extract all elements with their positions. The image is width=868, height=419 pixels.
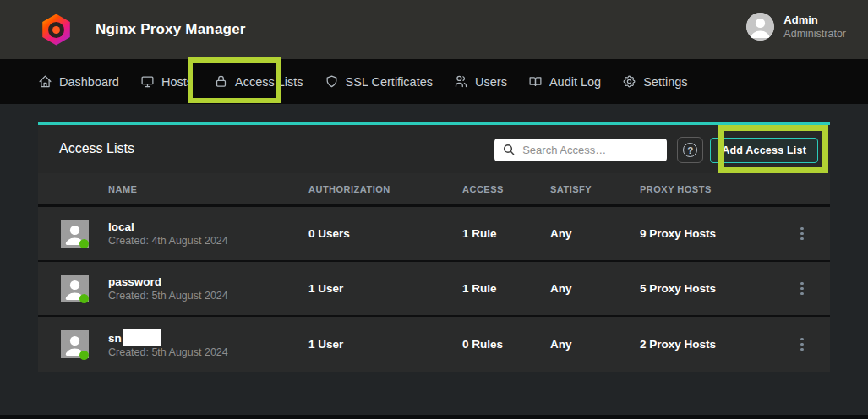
app-title: Nginx Proxy Manager — [96, 21, 246, 38]
gear-icon — [622, 74, 636, 89]
column-header-satisfy: SATISFY — [550, 184, 640, 194]
access-list-name-text: sn — [108, 332, 122, 345]
online-status-dot — [79, 239, 89, 248]
nav-item-dashboard[interactable]: Dashboard — [38, 74, 119, 89]
row-menu-kebab-icon[interactable] — [797, 224, 807, 244]
nav-label: Settings — [643, 75, 687, 89]
nav-item-ssl-certificates[interactable]: SSL Certificates — [325, 74, 433, 89]
column-header-name: NAME — [38, 184, 308, 194]
name-texts: password Created: 5th August 2024 — [108, 275, 228, 303]
table-row[interactable]: local Created: 4th August 2024 0 Users 1… — [38, 207, 830, 262]
table-header: NAME AUTHORIZATION ACCESS SATISFY PROXY … — [38, 173, 830, 207]
add-access-list-button[interactable]: Add Access List — [710, 138, 818, 163]
name-cell: password Created: 5th August 2024 — [38, 262, 308, 315]
book-icon — [528, 74, 543, 89]
redaction-box — [123, 329, 161, 346]
access-list-name: local — [108, 220, 228, 234]
authorization-cell: 1 User — [308, 282, 462, 295]
access-cell: 1 Rule — [462, 282, 550, 295]
panel-actions: ? Add Access List — [494, 137, 818, 163]
authorization-cell: 1 User — [308, 338, 462, 351]
logo-ring — [48, 22, 64, 38]
nav-label: Users — [475, 75, 507, 89]
user-name: Admin — [783, 14, 846, 27]
access-cell: 0 Rules — [462, 338, 550, 351]
home-icon — [38, 74, 52, 89]
nav-item-settings[interactable]: Settings — [622, 74, 687, 89]
actions-cell — [774, 224, 830, 244]
nav-item-access-lists[interactable]: Access Lists — [214, 74, 303, 89]
nav-item-users[interactable]: Users — [454, 74, 507, 89]
question-icon: ? — [683, 143, 697, 157]
online-status-dot — [79, 351, 89, 360]
nav-item-hosts[interactable]: Hosts — [140, 74, 193, 89]
screen: Nginx Proxy Manager Admin Administrator … — [0, 0, 868, 419]
panel-title: Access Lists — [59, 141, 134, 156]
access-lists-panel: Access Lists ? Add Access List NAME AUTH… — [38, 122, 830, 372]
shield-icon — [325, 74, 339, 89]
bottom-strip — [0, 415, 868, 419]
user-menu[interactable]: Admin Administrator — [746, 13, 846, 41]
user-texts: Admin Administrator — [783, 14, 846, 41]
access-list-name: password — [108, 275, 228, 289]
row-menu-kebab-icon[interactable] — [797, 279, 807, 299]
name-texts: local Created: 4th August 2024 — [108, 220, 228, 248]
name-cell: sn Created: 5th August 2024 — [38, 317, 308, 372]
user-avatar[interactable] — [746, 13, 774, 41]
main-nav: Dashboard Hosts Access Lists SSL Certifi… — [0, 59, 868, 104]
created-date: Created: 5th August 2024 — [108, 289, 228, 303]
panel-header: Access Lists ? Add Access List — [38, 125, 830, 173]
lock-icon — [214, 74, 228, 89]
users-icon — [454, 74, 468, 89]
online-status-dot — [79, 294, 89, 303]
nav-label: Hosts — [161, 75, 193, 89]
created-date: Created: 5th August 2024 — [108, 346, 228, 360]
column-header-proxy-hosts: PROXY HOSTS — [640, 184, 774, 194]
user-role: Administrator — [783, 27, 846, 41]
proxy-hosts-cell: 5 Proxy Hosts — [640, 282, 774, 295]
nav-item-audit-log[interactable]: Audit Log — [528, 74, 601, 89]
row-menu-kebab-icon[interactable] — [797, 335, 807, 355]
search-icon — [502, 143, 516, 160]
nav-label: Access Lists — [235, 75, 303, 89]
nav-label: Audit Log — [549, 75, 601, 89]
name-cell: local Created: 4th August 2024 — [38, 207, 308, 260]
logo-core — [52, 26, 60, 34]
table-row[interactable]: password Created: 5th August 2024 1 User… — [38, 262, 830, 317]
actions-cell — [774, 335, 830, 355]
monitor-icon — [140, 74, 155, 89]
name-texts: sn Created: 5th August 2024 — [108, 329, 228, 360]
access-list-name: sn — [108, 329, 228, 346]
search-input[interactable] — [494, 139, 667, 161]
table-row[interactable]: sn Created: 5th August 2024 1 User 0 Rul… — [38, 317, 830, 372]
search-box — [494, 139, 667, 161]
proxy-hosts-cell: 9 Proxy Hosts — [640, 227, 774, 240]
satisfy-cell: Any — [550, 227, 640, 240]
help-button[interactable]: ? — [677, 137, 703, 163]
nav-label: Dashboard — [59, 75, 119, 89]
authorization-cell: 0 Users — [308, 227, 462, 240]
nav-label: SSL Certificates — [346, 75, 433, 89]
proxy-hosts-cell: 2 Proxy Hosts — [640, 338, 774, 351]
access-cell: 1 Rule — [462, 227, 550, 240]
column-header-authorization: AUTHORIZATION — [308, 184, 462, 194]
person-icon — [746, 13, 774, 41]
app-header: Nginx Proxy Manager Admin Administrator — [0, 0, 868, 59]
column-header-access: ACCESS — [462, 184, 550, 194]
satisfy-cell: Any — [550, 282, 640, 295]
actions-cell — [774, 279, 830, 299]
npm-hexagon-logo — [41, 14, 72, 46]
created-date: Created: 4th August 2024 — [108, 234, 228, 248]
satisfy-cell: Any — [550, 338, 640, 351]
